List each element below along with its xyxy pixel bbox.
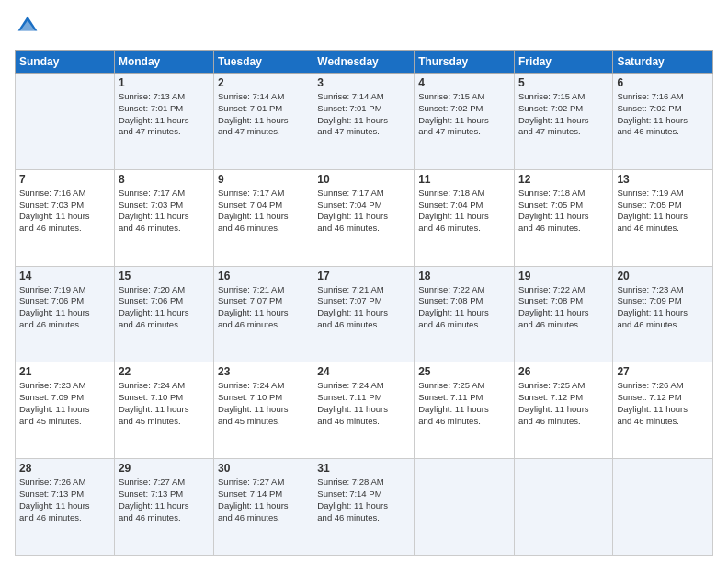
- day-number: 2: [218, 76, 309, 89]
- day-info: Sunrise: 7:26 AM Sunset: 7:12 PM Dayligh…: [617, 380, 709, 427]
- calendar-cell: 7Sunrise: 7:16 AM Sunset: 7:03 PM Daylig…: [16, 169, 115, 266]
- calendar-cell: 1Sunrise: 7:13 AM Sunset: 7:01 PM Daylig…: [114, 74, 213, 170]
- calendar-cell: 15Sunrise: 7:20 AM Sunset: 7:06 PM Dayli…: [114, 266, 213, 362]
- day-number: 28: [19, 462, 110, 475]
- day-info: Sunrise: 7:22 AM Sunset: 7:08 PM Dayligh…: [518, 284, 609, 331]
- calendar-cell: 25Sunrise: 7:25 AM Sunset: 7:11 PM Dayli…: [415, 362, 515, 459]
- calendar-week-row: 21Sunrise: 7:23 AM Sunset: 7:09 PM Dayli…: [16, 362, 713, 459]
- calendar-cell: 22Sunrise: 7:24 AM Sunset: 7:10 PM Dayli…: [114, 362, 213, 459]
- day-info: Sunrise: 7:19 AM Sunset: 7:06 PM Dayligh…: [19, 284, 110, 331]
- calendar-cell: 29Sunrise: 7:27 AM Sunset: 7:13 PM Dayli…: [114, 459, 213, 556]
- calendar-week-row: 14Sunrise: 7:19 AM Sunset: 7:06 PM Dayli…: [16, 266, 713, 362]
- calendar-cell: 19Sunrise: 7:22 AM Sunset: 7:08 PM Dayli…: [514, 266, 612, 362]
- day-number: 16: [218, 270, 309, 282]
- calendar-cell: 18Sunrise: 7:22 AM Sunset: 7:08 PM Dayli…: [415, 266, 515, 362]
- calendar-cell: 24Sunrise: 7:24 AM Sunset: 7:11 PM Dayli…: [313, 362, 415, 459]
- calendar-cell: 6Sunrise: 7:16 AM Sunset: 7:02 PM Daylig…: [613, 74, 713, 170]
- day-number: 27: [617, 365, 709, 378]
- day-number: 12: [518, 173, 609, 186]
- calendar-cell: 27Sunrise: 7:26 AM Sunset: 7:12 PM Dayli…: [613, 362, 713, 459]
- day-number: 7: [19, 173, 110, 186]
- day-info: Sunrise: 7:26 AM Sunset: 7:13 PM Dayligh…: [19, 477, 110, 523]
- calendar-cell: 31Sunrise: 7:28 AM Sunset: 7:14 PM Dayli…: [313, 459, 415, 556]
- day-number: 11: [418, 173, 510, 186]
- calendar-cell: [16, 74, 115, 170]
- day-info: Sunrise: 7:28 AM Sunset: 7:14 PM Dayligh…: [317, 477, 410, 523]
- day-number: 29: [119, 462, 210, 475]
- calendar-cell: 11Sunrise: 7:18 AM Sunset: 7:04 PM Dayli…: [415, 169, 515, 266]
- day-info: Sunrise: 7:17 AM Sunset: 7:04 PM Dayligh…: [317, 188, 410, 235]
- calendar-week-row: 1Sunrise: 7:13 AM Sunset: 7:01 PM Daylig…: [16, 74, 713, 170]
- logo: [15, 15, 42, 40]
- page-container: SundayMondayTuesdayWednesdayThursdayFrid…: [0, 0, 728, 563]
- day-info: Sunrise: 7:24 AM Sunset: 7:11 PM Dayligh…: [317, 380, 410, 427]
- day-of-week-header: Tuesday: [214, 51, 313, 74]
- day-info: Sunrise: 7:27 AM Sunset: 7:14 PM Dayligh…: [218, 477, 309, 523]
- day-number: 1: [119, 76, 210, 89]
- calendar-cell: 20Sunrise: 7:23 AM Sunset: 7:09 PM Dayli…: [613, 266, 713, 362]
- day-info: Sunrise: 7:24 AM Sunset: 7:10 PM Dayligh…: [119, 380, 210, 427]
- day-number: 22: [119, 365, 210, 378]
- day-number: 17: [317, 270, 410, 282]
- day-info: Sunrise: 7:20 AM Sunset: 7:06 PM Dayligh…: [119, 284, 210, 331]
- calendar-cell: 28Sunrise: 7:26 AM Sunset: 7:13 PM Dayli…: [16, 459, 115, 556]
- calendar-cell: 3Sunrise: 7:14 AM Sunset: 7:01 PM Daylig…: [313, 74, 415, 170]
- calendar-cell: 10Sunrise: 7:17 AM Sunset: 7:04 PM Dayli…: [313, 169, 415, 266]
- calendar-cell: 21Sunrise: 7:23 AM Sunset: 7:09 PM Dayli…: [16, 362, 115, 459]
- day-info: Sunrise: 7:13 AM Sunset: 7:01 PM Dayligh…: [119, 91, 210, 138]
- day-info: Sunrise: 7:21 AM Sunset: 7:07 PM Dayligh…: [218, 284, 309, 331]
- day-info: Sunrise: 7:23 AM Sunset: 7:09 PM Dayligh…: [617, 284, 709, 331]
- day-number: 13: [617, 173, 709, 186]
- logo-icon: [17, 15, 39, 37]
- calendar-cell: 13Sunrise: 7:19 AM Sunset: 7:05 PM Dayli…: [613, 169, 713, 266]
- day-number: 8: [119, 173, 210, 186]
- calendar-cell: [514, 459, 612, 556]
- calendar-cell: 9Sunrise: 7:17 AM Sunset: 7:04 PM Daylig…: [214, 169, 313, 266]
- calendar-cell: 26Sunrise: 7:25 AM Sunset: 7:12 PM Dayli…: [514, 362, 612, 459]
- day-number: 14: [19, 270, 110, 282]
- day-info: Sunrise: 7:17 AM Sunset: 7:04 PM Dayligh…: [218, 188, 309, 235]
- day-number: 31: [317, 462, 410, 475]
- day-of-week-header: Monday: [114, 51, 213, 74]
- calendar-cell: 16Sunrise: 7:21 AM Sunset: 7:07 PM Dayli…: [214, 266, 313, 362]
- day-number: 21: [19, 365, 110, 378]
- day-info: Sunrise: 7:24 AM Sunset: 7:10 PM Dayligh…: [218, 380, 309, 427]
- day-info: Sunrise: 7:15 AM Sunset: 7:02 PM Dayligh…: [418, 91, 510, 138]
- day-info: Sunrise: 7:27 AM Sunset: 7:13 PM Dayligh…: [119, 477, 210, 523]
- day-number: 26: [518, 365, 609, 378]
- day-of-week-header: Wednesday: [313, 51, 415, 74]
- day-number: 15: [119, 270, 210, 282]
- day-info: Sunrise: 7:14 AM Sunset: 7:01 PM Dayligh…: [218, 91, 309, 138]
- calendar-header-row: SundayMondayTuesdayWednesdayThursdayFrid…: [16, 51, 713, 74]
- calendar-cell: 2Sunrise: 7:14 AM Sunset: 7:01 PM Daylig…: [214, 74, 313, 170]
- day-number: 30: [218, 462, 309, 475]
- calendar-cell: [613, 459, 713, 556]
- calendar-table: SundayMondayTuesdayWednesdayThursdayFrid…: [15, 50, 713, 556]
- day-info: Sunrise: 7:15 AM Sunset: 7:02 PM Dayligh…: [518, 91, 609, 138]
- day-info: Sunrise: 7:21 AM Sunset: 7:07 PM Dayligh…: [317, 284, 410, 331]
- day-info: Sunrise: 7:17 AM Sunset: 7:03 PM Dayligh…: [119, 188, 210, 235]
- day-info: Sunrise: 7:23 AM Sunset: 7:09 PM Dayligh…: [19, 380, 110, 427]
- calendar-cell: 12Sunrise: 7:18 AM Sunset: 7:05 PM Dayli…: [514, 169, 612, 266]
- day-info: Sunrise: 7:16 AM Sunset: 7:02 PM Dayligh…: [617, 91, 709, 138]
- day-number: 6: [617, 76, 709, 89]
- calendar-cell: 30Sunrise: 7:27 AM Sunset: 7:14 PM Dayli…: [214, 459, 313, 556]
- calendar-week-row: 7Sunrise: 7:16 AM Sunset: 7:03 PM Daylig…: [16, 169, 713, 266]
- calendar-cell: 17Sunrise: 7:21 AM Sunset: 7:07 PM Dayli…: [313, 266, 415, 362]
- day-number: 10: [317, 173, 410, 186]
- day-number: 19: [518, 270, 609, 282]
- day-number: 5: [518, 76, 609, 89]
- day-number: 4: [418, 76, 510, 89]
- day-info: Sunrise: 7:25 AM Sunset: 7:11 PM Dayligh…: [418, 380, 510, 427]
- calendar-cell: 23Sunrise: 7:24 AM Sunset: 7:10 PM Dayli…: [214, 362, 313, 459]
- day-info: Sunrise: 7:19 AM Sunset: 7:05 PM Dayligh…: [617, 188, 709, 235]
- day-number: 25: [418, 365, 510, 378]
- day-number: 24: [317, 365, 410, 378]
- calendar-cell: 5Sunrise: 7:15 AM Sunset: 7:02 PM Daylig…: [514, 74, 612, 170]
- day-info: Sunrise: 7:25 AM Sunset: 7:12 PM Dayligh…: [518, 380, 609, 427]
- calendar-cell: 14Sunrise: 7:19 AM Sunset: 7:06 PM Dayli…: [16, 266, 115, 362]
- day-of-week-header: Friday: [514, 51, 612, 74]
- calendar-week-row: 28Sunrise: 7:26 AM Sunset: 7:13 PM Dayli…: [16, 459, 713, 556]
- day-info: Sunrise: 7:22 AM Sunset: 7:08 PM Dayligh…: [418, 284, 510, 331]
- day-of-week-header: Sunday: [16, 51, 115, 74]
